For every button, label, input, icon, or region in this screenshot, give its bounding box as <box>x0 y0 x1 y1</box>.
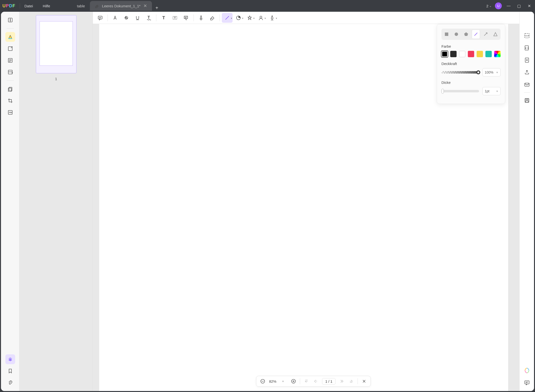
chevron-down-icon: ⌄ <box>489 4 492 8</box>
tab-active[interactable]: Leeres Dokument_1_1* ✕ <box>90 1 152 11</box>
maximize-button[interactable]: ▢ <box>515 4 522 8</box>
titlebar-right: 2⌄ U — ▢ ✕ <box>486 2 533 9</box>
tab-inactive[interactable]: table <box>72 1 90 11</box>
menu-help[interactable]: Hilfe <box>43 4 50 8</box>
tab-label: Leeres Dokument_1_1* <box>102 4 141 8</box>
new-tab-button[interactable]: + <box>155 5 158 11</box>
titlebar: UPDF Datei Hilfe table Leeres Dokument_1… <box>0 0 535 12</box>
close-window-button[interactable]: ✕ <box>526 4 533 8</box>
tab-close-button[interactable]: ✕ <box>143 3 147 9</box>
eraser-icon <box>95 4 99 8</box>
app-logo: UPDF <box>2 3 15 9</box>
window-count[interactable]: 2⌄ <box>486 4 492 8</box>
menu-file[interactable]: Datei <box>24 4 33 8</box>
separator <box>20 3 20 9</box>
minimize-button[interactable]: — <box>505 4 512 8</box>
tab-bar: table Leeres Dokument_1_1* ✕ + <box>72 1 158 11</box>
avatar[interactable]: U <box>495 2 502 9</box>
tab-label: table <box>77 4 85 8</box>
